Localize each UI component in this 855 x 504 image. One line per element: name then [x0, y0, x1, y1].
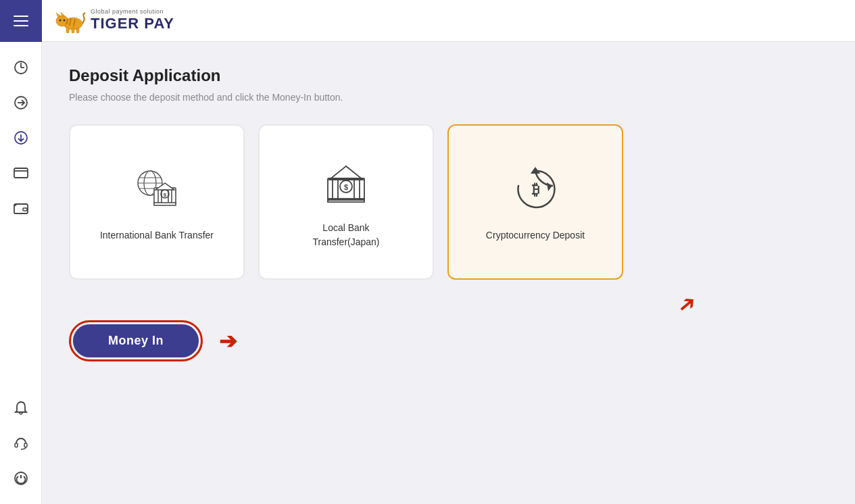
header: Global payment solution TIGER PAY — [0, 0, 855, 42]
cards-container: $ International Bank Transfer — [69, 124, 828, 280]
logout-icon — [14, 471, 28, 486]
svg-text:₿: ₿ — [532, 181, 539, 198]
arrow-to-card: ➔ — [672, 288, 702, 320]
local-bank-icon: $ — [319, 155, 373, 209]
svg-rect-24 — [15, 443, 18, 447]
svg-text:$: $ — [344, 183, 348, 191]
page-title: Deposit Application — [69, 66, 828, 85]
svg-marker-53 — [547, 182, 552, 191]
sidebar-item-deposit[interactable] — [6, 123, 36, 153]
dashboard-icon — [14, 60, 28, 75]
svg-rect-22 — [23, 208, 27, 211]
svg-rect-21 — [14, 204, 28, 213]
sidebar-item-wallet[interactable] — [6, 193, 36, 223]
support-icon — [14, 436, 28, 451]
svg-marker-35 — [155, 183, 174, 190]
international-bank-label: International Bank Transfer — [100, 228, 214, 243]
arrow-to-button: ➔ — [219, 328, 237, 354]
logo-text: Global payment solution TIGER PAY — [91, 9, 174, 32]
svg-text:$: $ — [164, 192, 167, 198]
notification-icon — [14, 401, 28, 415]
crypto-card[interactable]: ₿ Cryptocurrency Deposit — [447, 124, 623, 280]
main-content: Deposit Application Please choose the de… — [42, 42, 855, 504]
svg-rect-42 — [154, 203, 176, 205]
logo: Global payment solution TIGER PAY — [53, 7, 174, 34]
local-bank-label: Local BankTransfer(Japan) — [312, 221, 379, 249]
sidebar-item-dashboard[interactable] — [6, 53, 36, 82]
svg-marker-2 — [56, 13, 61, 17]
money-in-wrapper: Money In — [69, 320, 203, 361]
sidebar-item-card[interactable] — [6, 158, 36, 188]
svg-marker-44 — [329, 166, 363, 180]
hamburger-icon — [14, 16, 28, 26]
money-in-button[interactable]: Money In — [73, 324, 199, 357]
sidebar-item-logout[interactable] — [6, 463, 36, 493]
deposit-icon — [14, 130, 28, 145]
transfer-icon — [14, 95, 28, 110]
international-bank-card[interactable]: $ International Bank Transfer — [69, 124, 245, 280]
sidebar-item-transfer[interactable] — [6, 88, 36, 118]
svg-point-5 — [64, 19, 66, 21]
logo-title: TIGER PAY — [91, 16, 174, 32]
crypto-icon: ₿ — [508, 162, 562, 216]
deposit-methods-row: $ International Bank Transfer — [69, 124, 828, 280]
layout: Deposit Application Please choose the de… — [0, 42, 855, 504]
sidebar-item-support[interactable] — [6, 428, 36, 458]
svg-rect-11 — [76, 28, 79, 33]
card-icon — [14, 168, 28, 178]
svg-rect-19 — [14, 168, 28, 178]
international-bank-icon: $ — [130, 162, 184, 216]
sidebar-item-notification[interactable] — [6, 393, 36, 423]
svg-point-1 — [56, 16, 68, 26]
svg-point-4 — [59, 19, 62, 21]
wallet-icon — [14, 201, 28, 215]
tiger-logo-icon — [53, 7, 85, 34]
local-bank-card[interactable]: $ Local BankTransfer(Japan) — [258, 124, 434, 280]
page-subtitle: Please choose the deposit method and cli… — [69, 92, 828, 103]
money-in-section: Money In ➔ — [69, 320, 828, 361]
hamburger-button[interactable] — [0, 0, 42, 42]
crypto-label: Cryptocurrency Deposit — [486, 228, 585, 243]
sidebar — [0, 42, 42, 504]
svg-rect-10 — [72, 28, 74, 33]
svg-rect-9 — [66, 28, 69, 33]
svg-rect-25 — [24, 443, 27, 447]
